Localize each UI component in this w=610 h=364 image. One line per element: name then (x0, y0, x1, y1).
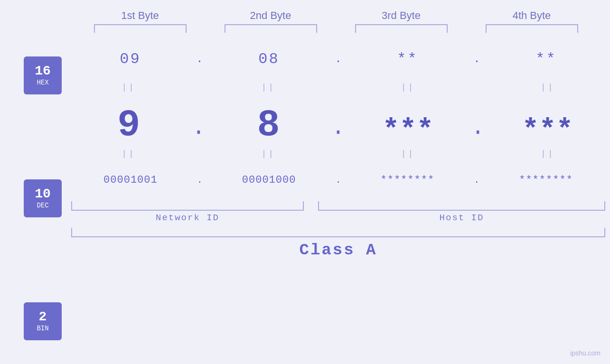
bin-row: 00001001 . 00001000 . ******** . *******… (71, 161, 605, 199)
hex-badge-num: 16 (35, 65, 51, 78)
dec-b1: 9 (76, 106, 181, 144)
bin-badge: 2 BIN (24, 302, 62, 340)
hex-b2: 08 (216, 50, 321, 68)
bin-dot-2: . (335, 175, 341, 186)
hex-dot-2: . (335, 53, 341, 65)
id-labels-row: Network ID Host ID (71, 211, 605, 223)
top-brackets (75, 24, 597, 33)
byte-header-3: 3rd Byte (354, 9, 449, 22)
bin-dot-1: . (197, 175, 203, 186)
bin-b4: ******** (494, 174, 598, 186)
spacer-1 (24, 127, 62, 146)
hex-badge-base: HEX (37, 79, 48, 86)
watermark: ipshu.com (570, 349, 601, 357)
network-id-bracket (71, 201, 304, 211)
byte-header-2: 2nd Byte (223, 9, 318, 22)
bin-badge-num: 2 (39, 310, 47, 324)
host-id-label: Host ID (318, 211, 605, 223)
bracket-top-4 (486, 24, 578, 33)
eq2-b3: || (356, 149, 460, 159)
equals-row-1: || || || || (71, 80, 605, 94)
dec-badge-base: DEC (37, 202, 48, 209)
bin-b1: 00001001 (78, 174, 183, 186)
bracket-top-3 (355, 24, 448, 33)
dec-b2: 8 (216, 106, 320, 144)
hex-badge: 16 HEX (24, 56, 62, 94)
dec-b3: *** (356, 116, 460, 144)
bin-b2: 00001000 (217, 174, 321, 186)
eq2-b1: || (76, 149, 181, 159)
bin-b3: ******** (355, 174, 460, 186)
byte-header-1: 1st Byte (93, 9, 188, 22)
host-id-bracket (318, 201, 605, 211)
eq1-b1: || (76, 83, 181, 92)
content-area: 16 HEX 10 DEC 2 BIN 09 . 08 . ** (0, 37, 610, 359)
values-area: 09 . 08 . ** . ** || || || || 9 . (66, 37, 610, 359)
network-id-label: Network ID (71, 211, 304, 223)
eq1-b2: || (216, 83, 320, 92)
first-level-brackets (71, 201, 605, 211)
hex-b1: 09 (78, 50, 182, 68)
dec-b4: *** (496, 116, 600, 144)
eq2-b2: || (216, 149, 320, 159)
bin-badge-base: BIN (37, 325, 48, 332)
hex-dot-1: . (196, 53, 203, 65)
byte-header-4: 4th Byte (484, 9, 579, 22)
hex-b3: ** (355, 50, 460, 68)
dec-row: 9 . 8 . *** . *** (71, 94, 605, 147)
bracket-top-1 (94, 24, 187, 33)
eq2-b4: || (496, 149, 600, 159)
spacer-2 (24, 251, 62, 270)
hex-dot-3: . (473, 53, 480, 65)
bin-dot-3: . (474, 175, 479, 186)
dec-dot-3: . (471, 115, 485, 144)
bottom-bracket-section: Network ID Host ID Class A (71, 201, 605, 263)
dec-dot-2: . (331, 115, 345, 144)
hex-b4: ** (494, 50, 599, 68)
dec-badge-num: 10 (35, 187, 51, 201)
equals-row-2: || || || || (71, 147, 605, 161)
byte-headers-row: 1st Byte 2nd Byte 3rd Byte 4th Byte (75, 9, 597, 22)
dec-badge: 10 DEC (24, 179, 62, 217)
class-label: Class A (71, 237, 605, 263)
eq1-b4: || (496, 83, 600, 92)
bracket-top-2 (225, 24, 317, 33)
eq1-b3: || (356, 83, 460, 92)
hex-row: 09 . 08 . ** . ** (71, 37, 605, 80)
dec-dot-1: . (192, 115, 206, 144)
labels-column: 16 HEX 10 DEC 2 BIN (0, 37, 66, 359)
class-bracket (71, 228, 605, 237)
main-container: 1st Byte 2nd Byte 3rd Byte 4th Byte 16 H… (0, 0, 610, 364)
